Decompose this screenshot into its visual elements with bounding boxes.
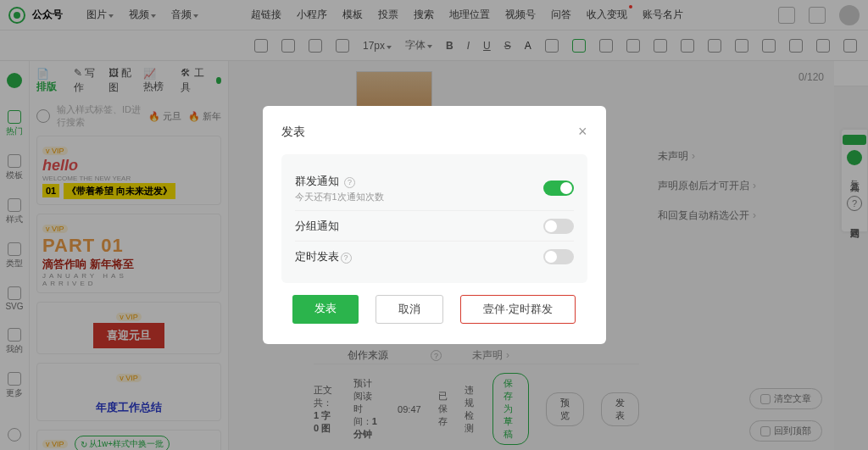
group-notify-switch[interactable] (543, 219, 574, 234)
yiban-schedule-button[interactable]: 壹伴·定时群发 (460, 295, 576, 324)
row-group-label: 分组通知 (295, 219, 339, 232)
cancel-button[interactable]: 取消 (376, 295, 443, 324)
row-broadcast-hint: 今天还有1次通知次数 (295, 191, 384, 203)
broadcast-switch[interactable] (543, 181, 574, 196)
help-icon[interactable]: ? (341, 253, 352, 264)
row-schedule-label: 定时发表 (295, 250, 339, 263)
modal-title: 发表 (281, 125, 305, 140)
row-broadcast-label: 群发通知 (295, 175, 339, 187)
publish-modal: 发表 × 群发通知 ? 今天还有1次通知次数 分组通知 定时发表? 发 (263, 106, 606, 344)
help-icon[interactable]: ? (344, 177, 355, 188)
confirm-publish-button[interactable]: 发表 (292, 295, 359, 324)
close-icon[interactable]: × (578, 123, 587, 141)
modal-settings: 群发通知 ? 今天还有1次通知次数 分组通知 定时发表? (281, 154, 587, 283)
modal-overlay: 发表 × 群发通知 ? 今天还有1次通知次数 分组通知 定时发表? 发 (0, 0, 868, 450)
modal-actions: 发表 取消 壹伴·定时群发 (281, 295, 587, 324)
schedule-switch[interactable] (543, 249, 574, 264)
